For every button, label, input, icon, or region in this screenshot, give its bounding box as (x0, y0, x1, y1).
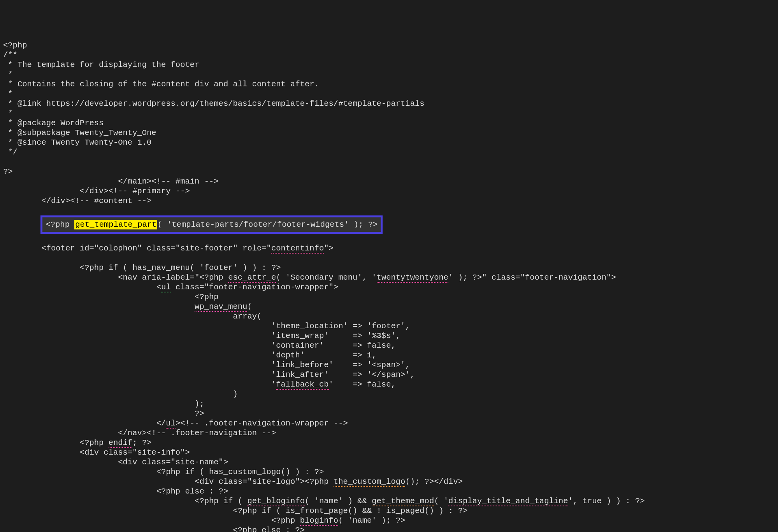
code-line: <?php bloginfo( 'name' ); ?> (3, 516, 405, 526)
code-line: <div class="site-name"> (3, 458, 228, 467)
code-line: <?php (3, 41, 27, 50)
code-line: * (3, 70, 13, 79)
code-line: </div><!-- #content --> (3, 196, 151, 205)
code-line: * (3, 109, 13, 118)
highlighted-line: <?php get_template_part( 'template-parts… (40, 215, 383, 234)
code-line: * Contains the closing of the #content d… (3, 80, 319, 89)
code-line: </nav><!-- .footer-navigation --> (3, 429, 276, 438)
code-line: <?php if ( has_custom_logo() ) : ?> (3, 467, 324, 476)
code-line: 'link_before' => '<span>', (3, 360, 410, 369)
code-line: * @subpackage Twenty_Twenty_One (3, 128, 156, 137)
code-line: */ (3, 148, 18, 157)
code-line: <footer id="colophon" class="site-footer… (3, 244, 334, 254)
code-line: <?php if ( has_nav_menu( 'footer' ) ) : … (3, 263, 281, 272)
code-line: * @link https://developer.wordpress.org/… (3, 99, 425, 108)
code-line: * @package WordPress (3, 119, 104, 128)
code-line: <?php if ( get_bloginfo( 'name' ) && get… (3, 497, 645, 506)
code-editor[interactable]: <?php /** * The template for displaying … (3, 31, 775, 532)
code-line: * @since Twenty Twenty-One 1.0 (3, 138, 151, 147)
code-line: <nav aria-label="<?php esc_attr_e( 'Seco… (3, 273, 616, 283)
code-line: * (3, 89, 13, 98)
code-line: <div class="site-logo"><?php the_custom_… (3, 477, 463, 487)
code-line: ?> (3, 167, 13, 176)
code-line: array( (3, 312, 262, 321)
code-line: * The template for displaying the footer (3, 60, 199, 69)
code-line: 'theme_location' => 'footer', (3, 322, 410, 331)
code-line: ) (3, 390, 238, 399)
code-line: 'depth' => 1, (3, 351, 377, 360)
code-line: <?php else : ?> (3, 487, 228, 496)
code-line: </ul><!-- .footer-navigation-wrapper --> (3, 419, 348, 429)
code-line: <?php (3, 292, 219, 301)
code-line: /** (3, 51, 18, 60)
code-line: <?php endif; ?> (3, 438, 151, 448)
code-line: 'fallback_cb' => false, (3, 380, 396, 390)
code-line: <?php if ( is_front_page() && ! is_paged… (3, 506, 467, 515)
code-line: 'container' => false, (3, 341, 396, 350)
code-line: </main><!-- #main --> (3, 177, 219, 186)
highlighted-function: get_template_part (74, 220, 157, 229)
code-line: wp_nav_menu( (3, 302, 252, 312)
code-line: </div><!-- #primary --> (3, 187, 190, 196)
code-line: <div class="site-info"> (3, 448, 190, 457)
code-line: ); (3, 399, 204, 408)
code-line: <?php else : ?> (3, 526, 305, 532)
code-line: ?> (3, 409, 204, 418)
code-line: 'items_wrap' => '%3$s', (3, 331, 400, 340)
code-line: <ul class="footer-navigation-wrapper"> (3, 283, 338, 292)
code-line: 'link_after' => '</span>', (3, 370, 415, 379)
